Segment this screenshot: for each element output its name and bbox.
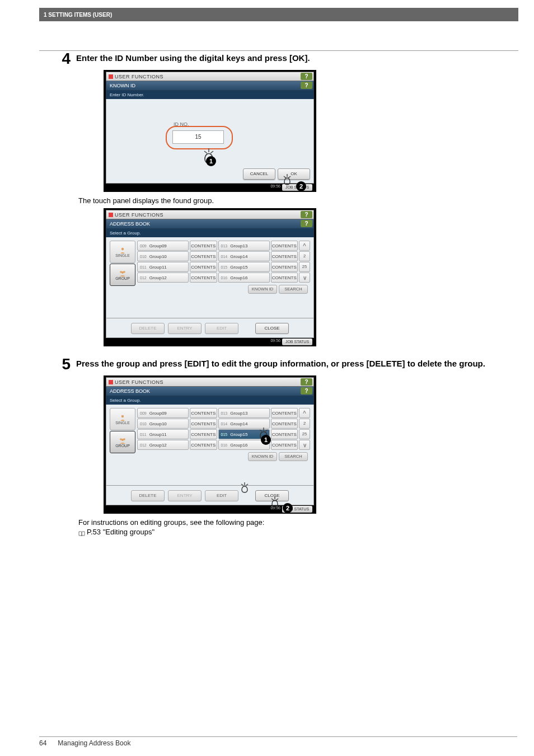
action-bar: DELETE ENTRY EDIT CLOSE (106, 318, 314, 338)
group-item[interactable]: 013Group13 (218, 241, 270, 251)
panel-titlebar: USER FUNCTIONS ? (106, 377, 314, 387)
scroll-down-icon[interactable]: ∨ (299, 440, 310, 450)
help-icon[interactable]: ? (301, 211, 312, 218)
tab-group-label: GROUP (115, 276, 130, 280)
contents-button[interactable]: CONTENTS (190, 419, 217, 429)
group-item[interactable]: 010Group10 (137, 419, 189, 429)
contents-button[interactable]: CONTENTS (190, 429, 217, 439)
scroll-up-icon[interactable]: ^ (299, 408, 310, 418)
svg-point-0 (121, 247, 124, 250)
action-bar: DELETE ENTRY EDIT CLOSE (106, 486, 314, 505)
edit-button[interactable]: EDIT (205, 323, 238, 334)
contents-button[interactable]: CONTENTS (190, 408, 217, 418)
step-number: 5 (56, 356, 71, 372)
scroll-down-icon[interactable]: ∨ (299, 273, 310, 283)
panel-body: ID NO. 15 1 CANCEL OK (106, 99, 314, 184)
xref-link[interactable]: P.53 "Editing groups" (87, 528, 154, 536)
tab-single[interactable]: SINGLE (110, 408, 135, 430)
group-item[interactable]: 013Group13 (218, 408, 270, 418)
scroll-up-icon[interactable]: ^ (299, 241, 310, 251)
panel-subhead: ADDRESS BOOK ? (106, 387, 314, 396)
app-icon (109, 74, 113, 79)
callout-2: 2 (296, 181, 306, 191)
page-current: 2 (299, 419, 310, 429)
contents-button[interactable]: CONTENTS (190, 262, 217, 272)
step-number: 4 (56, 51, 71, 67)
touch-icon (269, 495, 280, 509)
group-item[interactable]: 011Group11 (137, 262, 189, 272)
contents-button[interactable]: CONTENTS (190, 440, 217, 450)
job-status-button[interactable]: JOB STATUS (282, 339, 312, 345)
group-item[interactable]: 009Group09 (137, 408, 189, 418)
contents-button[interactable]: CONTENTS (190, 251, 217, 261)
footer-section: Managing Address Book (58, 739, 130, 747)
contents-button[interactable]: CONTENTS (190, 241, 217, 251)
step-instruction: Enter the ID Number using the digital ke… (76, 52, 518, 63)
contents-button[interactable]: CONTENTS (271, 408, 298, 418)
contents-button[interactable]: CONTENTS (271, 273, 298, 283)
group-item[interactable]: 009Group09 (137, 241, 189, 251)
panel-footer: 09:56 JOB STATUS 2 (106, 505, 314, 513)
page-number: 64 (39, 739, 56, 747)
callout-1: 1 (206, 156, 216, 166)
svg-point-7 (121, 439, 124, 441)
panel-subhead: KNOWN ID ? (106, 81, 314, 91)
contents-button[interactable]: CONTENTS (271, 262, 298, 272)
group-item[interactable]: 015Group15 (218, 262, 270, 272)
tab-group[interactable]: GROUP (110, 431, 135, 453)
step-instruction: Press the group and press [EDIT] to edit… (76, 358, 518, 368)
panel-title: USER FUNCTIONS (115, 379, 163, 385)
panel-note: Select a Group. (106, 229, 314, 237)
contents-button[interactable]: CONTENTS (271, 241, 298, 251)
group-item[interactable]: 012Group12 (137, 273, 189, 283)
subhead-label: KNOWN ID (110, 83, 135, 88)
addrbook-body: SINGLE GROUP 009Group09 CONTENTS 013Grou… (106, 237, 314, 318)
contents-button[interactable]: CONTENTS (271, 429, 298, 439)
panel-title: USER FUNCTIONS (115, 212, 163, 218)
addrbook-body: SINGLE GROUP 009Group09 CONTENTS 013Grou… (106, 405, 314, 486)
help-icon[interactable]: ? (301, 220, 312, 227)
tab-single[interactable]: SINGLE (110, 241, 135, 263)
help-icon[interactable]: ? (301, 82, 312, 89)
callout-2: 2 (283, 503, 293, 513)
help-icon[interactable]: ? (301, 387, 312, 395)
screenshot-addrbook-selected: USER FUNCTIONS ? ADDRESS BOOK ? Select a… (104, 375, 316, 514)
clock: 09:56 (270, 339, 280, 342)
panel-titlebar: USER FUNCTIONS ? (106, 72, 314, 81)
search-button[interactable]: SEARCH (279, 285, 308, 294)
contents-button[interactable]: CONTENTS (271, 419, 298, 429)
panel-subhead: ADDRESS BOOK ? (106, 219, 314, 229)
group-item[interactable]: 014Group14 (218, 251, 270, 261)
help-icon[interactable]: ? (301, 378, 312, 386)
cancel-button[interactable]: CANCEL (243, 168, 275, 180)
tab-group-label: GROUP (115, 444, 130, 448)
known-id-button[interactable]: KNOWN ID (248, 285, 277, 294)
step-5: 5 Press the group and press [EDIT] to ed… (39, 358, 518, 372)
contents-button[interactable]: CONTENTS (190, 273, 217, 283)
search-button[interactable]: SEARCH (279, 452, 308, 461)
step5-followup-2: P.53 "Editing groups" (78, 528, 518, 536)
help-icon[interactable]: ? (301, 73, 312, 80)
idno-field[interactable]: 15 (172, 130, 224, 144)
entry-button[interactable]: ENTRY (168, 490, 202, 501)
group-item[interactable]: 011Group11 (137, 429, 189, 439)
svg-point-3 (121, 271, 124, 274)
known-id-button[interactable]: KNOWN ID (248, 452, 277, 461)
entry-button[interactable]: ENTRY (168, 323, 202, 334)
group-item[interactable]: 012Group12 (137, 440, 189, 450)
delete-button[interactable]: DELETE (131, 323, 165, 334)
tab-group[interactable]: GROUP (110, 264, 135, 286)
page-current: 2 (299, 251, 310, 261)
subhead-label: ADDRESS BOOK (110, 221, 150, 227)
group-item[interactable]: 010Group10 (137, 251, 189, 261)
contents-button[interactable]: CONTENTS (271, 440, 298, 450)
panel-footer: 09:56 JOB STATUS (106, 338, 314, 346)
close-button[interactable]: CLOSE (255, 323, 289, 334)
step4-followup: The touch panel displays the found group… (78, 196, 518, 205)
contents-button[interactable]: CONTENTS (271, 251, 298, 261)
step5-followup-1: For instructions on editing groups, see … (78, 518, 518, 527)
screenshot-known-id: USER FUNCTIONS ? KNOWN ID ? Enter ID Num… (104, 70, 316, 192)
group-item[interactable]: 016Group16 (218, 273, 270, 283)
delete-button[interactable]: DELETE (131, 490, 165, 501)
edit-button[interactable]: EDIT (205, 490, 238, 501)
